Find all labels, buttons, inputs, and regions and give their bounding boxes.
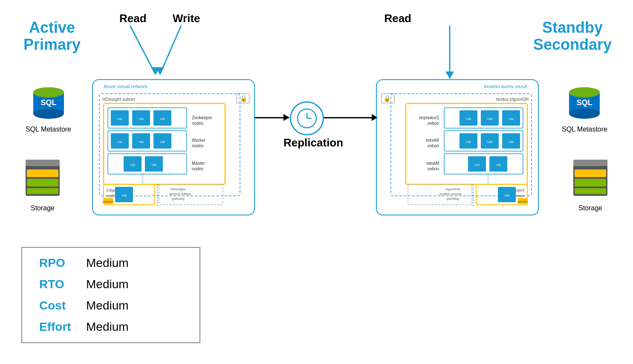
svg-text:VM: VM	[160, 117, 165, 121]
read-label-right: Read	[384, 12, 411, 25]
svg-text:nodes: nodes	[428, 166, 439, 171]
svg-text:MV: MV	[465, 140, 471, 144]
svg-text:HDInsight subnet: HDInsight subnet	[102, 97, 135, 102]
rto-row: RTO Medium	[39, 278, 182, 291]
sql-metastore-right: SQL SQL Metastore	[562, 83, 607, 133]
svg-text:VM: VM	[130, 163, 135, 167]
svg-text:YOOVAH: YOOVAH	[517, 201, 528, 203]
svg-text:gateway: gateway	[172, 197, 185, 201]
sql-icon-right: SQL	[565, 83, 604, 121]
svg-text:nodes: nodes	[428, 143, 439, 148]
svg-marker-5	[445, 72, 454, 79]
svg-text:HDInsight: HDInsight	[445, 187, 460, 191]
storage-icon-left	[23, 158, 62, 200]
svg-text:MV: MV	[504, 194, 509, 198]
svg-rect-24	[575, 179, 606, 186]
svg-text:nodes: nodes	[192, 166, 203, 171]
svg-text:SQL: SQL	[577, 98, 593, 107]
primary-label: Primary	[23, 36, 81, 53]
sql-icon-left: SQL	[29, 83, 68, 121]
svg-text:nodes: nodes	[192, 143, 203, 148]
svg-text:gateway: gateway	[446, 197, 459, 201]
svg-line-0	[130, 26, 156, 75]
storage-icon-right	[571, 158, 610, 200]
svg-text:Edge: Edge	[107, 188, 116, 192]
effort-value: Medium	[86, 320, 129, 334]
svg-text:MV: MV	[474, 163, 480, 167]
svg-text:Zookeeper: Zookeeper	[192, 115, 212, 120]
cost-row: Cost Medium	[39, 299, 182, 312]
svg-text:nodes: nodes	[428, 121, 439, 126]
svg-text:VM: VM	[160, 140, 165, 144]
svg-text:MV: MV	[487, 117, 492, 121]
svg-text:Master: Master	[426, 161, 439, 166]
svg-text:🔒: 🔒	[383, 95, 391, 102]
svg-text:HDInsight: HDInsight	[171, 187, 186, 191]
replication-label: Replication	[283, 136, 343, 149]
svg-text:MV: MV	[508, 117, 514, 121]
svg-line-2	[160, 26, 181, 75]
read-arrow-right	[424, 13, 475, 87]
svg-text:MV: MV	[508, 140, 514, 144]
active-primary-label: Active Primary	[23, 19, 81, 53]
svg-text:HDInsight subnet: HDInsight subnet	[496, 97, 529, 102]
svg-text:🔒: 🔒	[240, 95, 248, 102]
svg-text:node: node	[516, 194, 524, 198]
rpo-value: Medium	[86, 256, 129, 270]
svg-text:VM: VM	[117, 140, 122, 144]
storage-right-label: Storage	[571, 204, 610, 212]
rto-value: Medium	[86, 278, 129, 291]
effort-row: Effort Medium	[39, 320, 182, 334]
svg-text:Zookeeper: Zookeeper	[419, 115, 439, 120]
svg-text:SQL: SQL	[40, 98, 56, 107]
svg-text:HADOOP: HADOOP	[103, 201, 114, 203]
svg-text:Worker: Worker	[192, 138, 206, 143]
storage-right: Storage	[571, 158, 610, 212]
svg-text:Azure virtual network: Azure virtual network	[104, 84, 147, 89]
svg-point-8	[33, 109, 64, 119]
replication-arrow-right	[324, 117, 377, 118]
svg-text:Azure virtual network: Azure virtual network	[483, 84, 527, 89]
svg-text:VM: VM	[151, 163, 156, 167]
sql-metastore-left-label: SQL Metastore	[26, 126, 71, 133]
metrics-table: RPO Medium RTO Medium Cost Medium Effort…	[21, 247, 200, 343]
read-write-arrows	[109, 13, 202, 87]
rto-key: RTO	[39, 278, 86, 291]
rpo-key: RPO	[39, 256, 86, 270]
svg-point-10	[33, 87, 64, 97]
svg-text:VM: VM	[117, 117, 122, 121]
storage-left-label: Storage	[23, 204, 62, 212]
rpo-row: RPO Medium	[39, 256, 182, 270]
svg-rect-18	[27, 169, 58, 177]
svg-text:service (HMui): service (HMui)	[169, 192, 191, 196]
svg-text:VM: VM	[121, 194, 127, 198]
svg-text:service (HMui): service (HMui)	[439, 192, 462, 196]
hdinsight-cluster-left: Azure virtual network 🔒 HDInsight subnet…	[92, 79, 256, 217]
clock-icon	[290, 101, 324, 135]
svg-rect-25	[575, 188, 606, 194]
hdinsight-cluster-right: Azure virtual network 🔒 HDInsight subnet…	[375, 79, 539, 217]
svg-text:Master: Master	[192, 161, 205, 166]
svg-point-15	[569, 87, 600, 97]
svg-text:VM: VM	[139, 117, 144, 121]
secondary-label: Secondary	[533, 36, 612, 53]
standby-secondary-label: Standby Secondary	[533, 19, 612, 53]
svg-text:Edge: Edge	[515, 188, 524, 192]
effort-key: Effort	[39, 320, 86, 334]
svg-text:node: node	[107, 194, 115, 198]
svg-point-13	[569, 109, 600, 119]
svg-text:VM: VM	[139, 140, 144, 144]
sql-metastore-right-label: SQL Metastore	[562, 126, 607, 133]
cost-value: Medium	[86, 299, 129, 312]
svg-text:MV: MV	[465, 117, 471, 121]
replication-arrow-left	[255, 117, 289, 118]
svg-text:MV: MV	[487, 140, 492, 144]
svg-rect-19	[27, 179, 58, 186]
sql-metastore-left: SQL SQL Metastore	[26, 83, 71, 133]
svg-rect-23	[575, 169, 606, 177]
svg-text:Worker: Worker	[425, 138, 439, 143]
svg-rect-17	[26, 160, 60, 166]
svg-rect-22	[573, 160, 607, 166]
main-container: Active Primary Standby Secondary Read Wr…	[0, 0, 633, 364]
standby-label: Standby	[542, 19, 603, 36]
